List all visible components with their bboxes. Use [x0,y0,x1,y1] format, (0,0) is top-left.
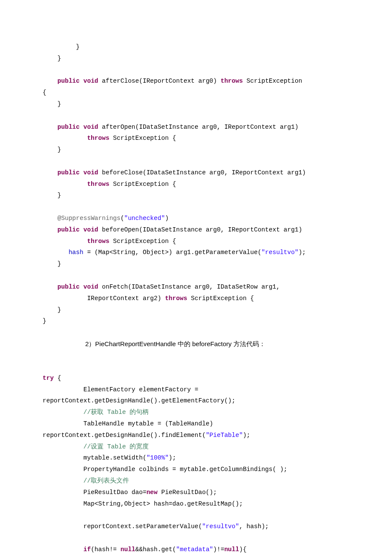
code-line: { [43,89,46,96]
code-line [43,535,84,541]
code-line: PropertyHandle colbinds = mytable.getCol… [43,466,287,473]
code-line [43,512,84,518]
code-line: } [43,192,61,199]
code-line: } [43,318,46,324]
code-line: } [43,55,61,62]
code-line: Map<String,Object> hash=dao.getResultMap… [43,500,243,507]
code-block-1: } } public void afterClose(IReportContex… [43,30,371,327]
code-line: } [43,146,61,153]
code-line: ElementFactory elementFactory = [43,386,202,393]
code-line: } [43,306,61,313]
code-block-2: try { ElementFactory elementFactory = re… [43,361,371,555]
code-line: } [43,101,61,107]
code-line: TableHandle mytable = (TableHandle) [43,420,217,427]
code-line: reportContext.getDesignHandle().getEleme… [43,397,235,404]
code-line: } [43,43,80,50]
code-line: } [43,260,61,267]
section-heading: 2）PieChartReportEventHandle 中的 beforeFac… [85,338,371,350]
